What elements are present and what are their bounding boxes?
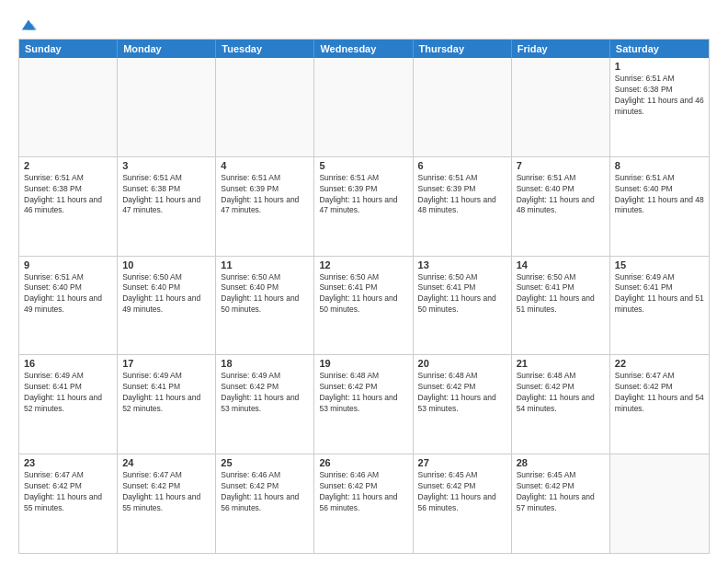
calendar-cell: 1Sunrise: 6:51 AM Sunset: 6:38 PM Daylig… bbox=[610, 58, 709, 156]
calendar-row: 23Sunrise: 6:47 AM Sunset: 6:42 PM Dayli… bbox=[19, 454, 709, 553]
calendar-cell: 7Sunrise: 6:51 AM Sunset: 6:40 PM Daylig… bbox=[512, 157, 610, 256]
day-number: 18 bbox=[221, 358, 309, 369]
day-info: Sunrise: 6:47 AM Sunset: 6:42 PM Dayligh… bbox=[122, 470, 210, 514]
day-number: 27 bbox=[418, 457, 506, 468]
calendar-cell: 23Sunrise: 6:47 AM Sunset: 6:42 PM Dayli… bbox=[19, 454, 118, 553]
weekday-header: Wednesday bbox=[314, 40, 413, 58]
day-number: 11 bbox=[221, 259, 309, 270]
day-number: 19 bbox=[319, 358, 407, 369]
day-number: 13 bbox=[418, 259, 506, 270]
calendar-cell: 14Sunrise: 6:50 AM Sunset: 6:41 PM Dayli… bbox=[512, 257, 610, 355]
day-info: Sunrise: 6:47 AM Sunset: 6:42 PM Dayligh… bbox=[615, 371, 704, 415]
weekday-header: Thursday bbox=[414, 40, 512, 58]
day-info: Sunrise: 6:50 AM Sunset: 6:41 PM Dayligh… bbox=[319, 272, 407, 316]
weekday-header: Sunday bbox=[19, 40, 118, 58]
day-info: Sunrise: 6:48 AM Sunset: 6:42 PM Dayligh… bbox=[418, 371, 506, 415]
day-number: 16 bbox=[24, 358, 112, 369]
day-info: Sunrise: 6:51 AM Sunset: 6:38 PM Dayligh… bbox=[615, 74, 704, 118]
day-info: Sunrise: 6:51 AM Sunset: 6:39 PM Dayligh… bbox=[221, 173, 309, 217]
calendar-row: 1Sunrise: 6:51 AM Sunset: 6:38 PM Daylig… bbox=[19, 58, 709, 156]
day-number: 26 bbox=[319, 457, 407, 468]
calendar-cell: 11Sunrise: 6:50 AM Sunset: 6:40 PM Dayli… bbox=[216, 257, 314, 355]
day-number: 9 bbox=[24, 259, 112, 270]
calendar-cell: 18Sunrise: 6:49 AM Sunset: 6:42 PM Dayli… bbox=[216, 355, 314, 454]
calendar-cell: 5Sunrise: 6:51 AM Sunset: 6:39 PM Daylig… bbox=[314, 157, 413, 256]
day-number: 6 bbox=[418, 160, 506, 171]
calendar-cell: 13Sunrise: 6:50 AM Sunset: 6:41 PM Dayli… bbox=[414, 257, 512, 355]
calendar-cell: 28Sunrise: 6:45 AM Sunset: 6:42 PM Dayli… bbox=[512, 454, 610, 553]
day-number: 1 bbox=[615, 61, 704, 72]
calendar-cell: 9Sunrise: 6:51 AM Sunset: 6:40 PM Daylig… bbox=[19, 257, 118, 355]
day-info: Sunrise: 6:50 AM Sunset: 6:41 PM Dayligh… bbox=[418, 272, 506, 316]
calendar-cell: 22Sunrise: 6:47 AM Sunset: 6:42 PM Dayli… bbox=[610, 355, 709, 454]
day-number: 15 bbox=[615, 259, 704, 270]
day-number: 25 bbox=[221, 457, 309, 468]
day-number: 3 bbox=[122, 160, 210, 171]
calendar-cell: 3Sunrise: 6:51 AM Sunset: 6:38 PM Daylig… bbox=[118, 157, 216, 256]
calendar-row: 16Sunrise: 6:49 AM Sunset: 6:41 PM Dayli… bbox=[19, 354, 709, 454]
day-info: Sunrise: 6:48 AM Sunset: 6:42 PM Dayligh… bbox=[517, 371, 605, 415]
logo-icon bbox=[20, 17, 37, 33]
calendar-row: 2Sunrise: 6:51 AM Sunset: 6:38 PM Daylig… bbox=[19, 156, 709, 256]
day-info: Sunrise: 6:49 AM Sunset: 6:42 PM Dayligh… bbox=[221, 371, 309, 415]
calendar-cell: 20Sunrise: 6:48 AM Sunset: 6:42 PM Dayli… bbox=[414, 355, 512, 454]
calendar-cell: 15Sunrise: 6:49 AM Sunset: 6:41 PM Dayli… bbox=[610, 257, 709, 355]
day-info: Sunrise: 6:45 AM Sunset: 6:42 PM Dayligh… bbox=[418, 470, 506, 514]
calendar-cell: 26Sunrise: 6:46 AM Sunset: 6:42 PM Dayli… bbox=[314, 454, 413, 553]
calendar-cell bbox=[610, 454, 709, 553]
day-number: 20 bbox=[418, 358, 506, 369]
day-number: 17 bbox=[122, 358, 210, 369]
day-info: Sunrise: 6:51 AM Sunset: 6:38 PM Dayligh… bbox=[24, 173, 112, 217]
day-number: 21 bbox=[517, 358, 605, 369]
header bbox=[18, 15, 710, 33]
calendar-cell bbox=[314, 58, 413, 156]
day-info: Sunrise: 6:51 AM Sunset: 6:40 PM Dayligh… bbox=[24, 272, 112, 316]
calendar-row: 9Sunrise: 6:51 AM Sunset: 6:40 PM Daylig… bbox=[19, 256, 709, 355]
calendar-cell: 12Sunrise: 6:50 AM Sunset: 6:41 PM Dayli… bbox=[314, 257, 413, 355]
day-number: 23 bbox=[24, 457, 112, 468]
weekday-header: Tuesday bbox=[216, 40, 314, 58]
logo bbox=[18, 15, 37, 33]
day-info: Sunrise: 6:46 AM Sunset: 6:42 PM Dayligh… bbox=[319, 470, 407, 514]
calendar-cell: 10Sunrise: 6:50 AM Sunset: 6:40 PM Dayli… bbox=[118, 257, 216, 355]
day-number: 12 bbox=[319, 259, 407, 270]
calendar-cell bbox=[19, 58, 118, 156]
day-number: 24 bbox=[122, 457, 210, 468]
day-info: Sunrise: 6:51 AM Sunset: 6:39 PM Dayligh… bbox=[418, 173, 506, 217]
day-info: Sunrise: 6:51 AM Sunset: 6:40 PM Dayligh… bbox=[517, 173, 605, 217]
day-number: 7 bbox=[517, 160, 605, 171]
day-number: 2 bbox=[24, 160, 112, 171]
calendar-cell: 27Sunrise: 6:45 AM Sunset: 6:42 PM Dayli… bbox=[414, 454, 512, 553]
day-info: Sunrise: 6:48 AM Sunset: 6:42 PM Dayligh… bbox=[319, 371, 407, 415]
calendar-body: 1Sunrise: 6:51 AM Sunset: 6:38 PM Daylig… bbox=[19, 58, 709, 553]
day-number: 22 bbox=[615, 358, 704, 369]
calendar-cell bbox=[414, 58, 512, 156]
day-info: Sunrise: 6:45 AM Sunset: 6:42 PM Dayligh… bbox=[517, 470, 605, 514]
day-number: 5 bbox=[319, 160, 407, 171]
weekday-header: Saturday bbox=[610, 40, 709, 58]
day-info: Sunrise: 6:51 AM Sunset: 6:39 PM Dayligh… bbox=[319, 173, 407, 217]
calendar-cell: 17Sunrise: 6:49 AM Sunset: 6:41 PM Dayli… bbox=[118, 355, 216, 454]
calendar-cell bbox=[118, 58, 216, 156]
calendar-cell: 2Sunrise: 6:51 AM Sunset: 6:38 PM Daylig… bbox=[19, 157, 118, 256]
calendar-cell bbox=[512, 58, 610, 156]
calendar-cell: 6Sunrise: 6:51 AM Sunset: 6:39 PM Daylig… bbox=[414, 157, 512, 256]
weekday-header: Monday bbox=[118, 40, 216, 58]
calendar-cell bbox=[216, 58, 314, 156]
day-info: Sunrise: 6:50 AM Sunset: 6:40 PM Dayligh… bbox=[221, 272, 309, 316]
page: SundayMondayTuesdayWednesdayThursdayFrid… bbox=[0, 0, 728, 563]
calendar-cell: 25Sunrise: 6:46 AM Sunset: 6:42 PM Dayli… bbox=[216, 454, 314, 553]
calendar-cell: 8Sunrise: 6:51 AM Sunset: 6:40 PM Daylig… bbox=[610, 157, 709, 256]
day-info: Sunrise: 6:51 AM Sunset: 6:40 PM Dayligh… bbox=[615, 173, 704, 217]
calendar-cell: 16Sunrise: 6:49 AM Sunset: 6:41 PM Dayli… bbox=[19, 355, 118, 454]
day-info: Sunrise: 6:51 AM Sunset: 6:38 PM Dayligh… bbox=[122, 173, 210, 217]
weekday-header: Friday bbox=[512, 40, 610, 58]
calendar-header: SundayMondayTuesdayWednesdayThursdayFrid… bbox=[19, 40, 709, 58]
day-number: 8 bbox=[615, 160, 704, 171]
calendar-cell: 24Sunrise: 6:47 AM Sunset: 6:42 PM Dayli… bbox=[118, 454, 216, 553]
day-number: 4 bbox=[221, 160, 309, 171]
day-info: Sunrise: 6:50 AM Sunset: 6:41 PM Dayligh… bbox=[517, 272, 605, 316]
day-number: 10 bbox=[122, 259, 210, 270]
day-number: 14 bbox=[517, 259, 605, 270]
day-info: Sunrise: 6:47 AM Sunset: 6:42 PM Dayligh… bbox=[24, 470, 112, 514]
